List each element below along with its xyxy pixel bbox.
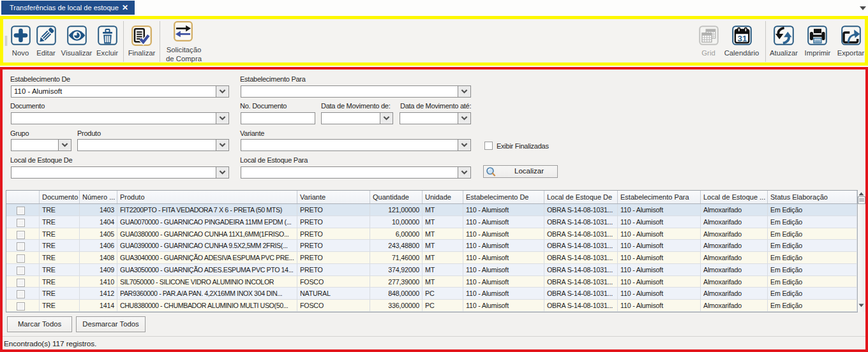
svg-text:31: 31 [738, 34, 747, 43]
